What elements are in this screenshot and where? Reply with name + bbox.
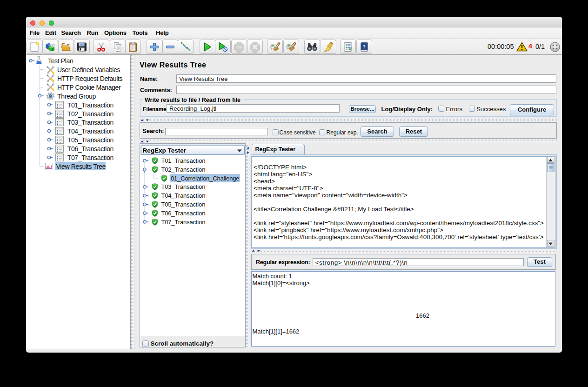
svg-text:?: ? bbox=[363, 43, 366, 49]
svg-text:STOP: STOP bbox=[235, 46, 243, 48]
